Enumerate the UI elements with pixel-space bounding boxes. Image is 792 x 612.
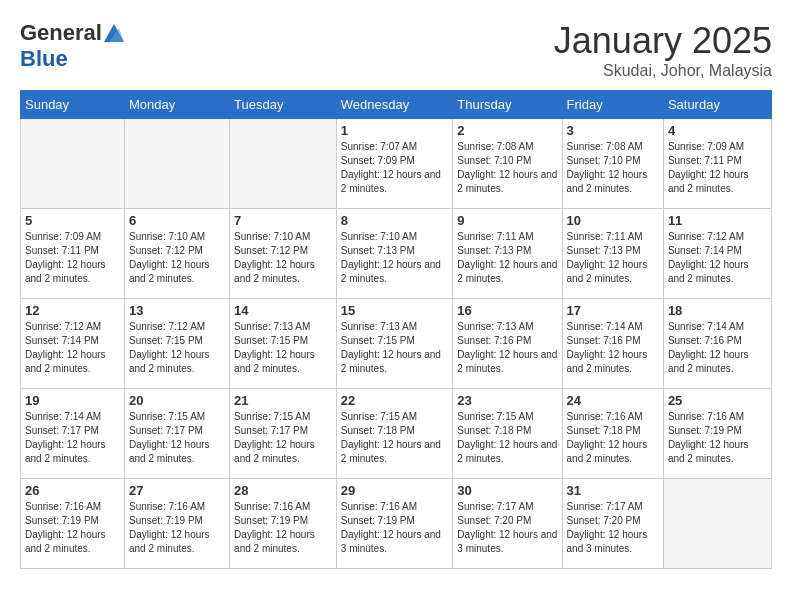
day-number: 6 <box>129 213 225 228</box>
calendar-cell: 5Sunrise: 7:09 AMSunset: 7:11 PMDaylight… <box>21 209 125 299</box>
day-number: 5 <box>25 213 120 228</box>
day-number: 21 <box>234 393 332 408</box>
logo-general-text: General <box>20 20 102 46</box>
day-number: 24 <box>567 393 659 408</box>
calendar-cell <box>125 119 230 209</box>
day-info: Sunrise: 7:15 AMSunset: 7:17 PMDaylight:… <box>234 410 332 466</box>
day-info: Sunrise: 7:16 AMSunset: 7:19 PMDaylight:… <box>234 500 332 556</box>
weekday-header-monday: Monday <box>125 91 230 119</box>
calendar-body: 1Sunrise: 7:07 AMSunset: 7:09 PMDaylight… <box>21 119 772 569</box>
day-number: 8 <box>341 213 449 228</box>
day-info: Sunrise: 7:10 AMSunset: 7:12 PMDaylight:… <box>129 230 225 286</box>
calendar-cell: 2Sunrise: 7:08 AMSunset: 7:10 PMDaylight… <box>453 119 562 209</box>
day-info: Sunrise: 7:10 AMSunset: 7:12 PMDaylight:… <box>234 230 332 286</box>
day-number: 31 <box>567 483 659 498</box>
day-info: Sunrise: 7:17 AMSunset: 7:20 PMDaylight:… <box>567 500 659 556</box>
day-info: Sunrise: 7:15 AMSunset: 7:18 PMDaylight:… <box>457 410 557 466</box>
calendar-cell: 13Sunrise: 7:12 AMSunset: 7:15 PMDayligh… <box>125 299 230 389</box>
week-row-1: 5Sunrise: 7:09 AMSunset: 7:11 PMDaylight… <box>21 209 772 299</box>
calendar-cell: 6Sunrise: 7:10 AMSunset: 7:12 PMDaylight… <box>125 209 230 299</box>
day-number: 19 <box>25 393 120 408</box>
day-number: 14 <box>234 303 332 318</box>
calendar-cell: 19Sunrise: 7:14 AMSunset: 7:17 PMDayligh… <box>21 389 125 479</box>
day-info: Sunrise: 7:10 AMSunset: 7:13 PMDaylight:… <box>341 230 449 286</box>
day-info: Sunrise: 7:14 AMSunset: 7:16 PMDaylight:… <box>668 320 767 376</box>
day-number: 16 <box>457 303 557 318</box>
calendar-cell: 20Sunrise: 7:15 AMSunset: 7:17 PMDayligh… <box>125 389 230 479</box>
day-info: Sunrise: 7:16 AMSunset: 7:19 PMDaylight:… <box>668 410 767 466</box>
day-info: Sunrise: 7:17 AMSunset: 7:20 PMDaylight:… <box>457 500 557 556</box>
calendar-title: January 2025 <box>554 20 772 62</box>
calendar-cell: 21Sunrise: 7:15 AMSunset: 7:17 PMDayligh… <box>230 389 337 479</box>
day-info: Sunrise: 7:08 AMSunset: 7:10 PMDaylight:… <box>567 140 659 196</box>
day-info: Sunrise: 7:13 AMSunset: 7:15 PMDaylight:… <box>341 320 449 376</box>
day-number: 29 <box>341 483 449 498</box>
day-info: Sunrise: 7:16 AMSunset: 7:19 PMDaylight:… <box>25 500 120 556</box>
calendar-table: SundayMondayTuesdayWednesdayThursdayFrid… <box>20 90 772 569</box>
week-row-4: 26Sunrise: 7:16 AMSunset: 7:19 PMDayligh… <box>21 479 772 569</box>
weekday-header-tuesday: Tuesday <box>230 91 337 119</box>
logo-blue-text: Blue <box>20 46 68 72</box>
calendar-cell: 12Sunrise: 7:12 AMSunset: 7:14 PMDayligh… <box>21 299 125 389</box>
day-info: Sunrise: 7:11 AMSunset: 7:13 PMDaylight:… <box>457 230 557 286</box>
weekday-header-row: SundayMondayTuesdayWednesdayThursdayFrid… <box>21 91 772 119</box>
day-number: 23 <box>457 393 557 408</box>
day-number: 12 <box>25 303 120 318</box>
calendar-cell: 7Sunrise: 7:10 AMSunset: 7:12 PMDaylight… <box>230 209 337 299</box>
calendar-cell: 30Sunrise: 7:17 AMSunset: 7:20 PMDayligh… <box>453 479 562 569</box>
day-info: Sunrise: 7:16 AMSunset: 7:19 PMDaylight:… <box>129 500 225 556</box>
calendar-cell: 26Sunrise: 7:16 AMSunset: 7:19 PMDayligh… <box>21 479 125 569</box>
day-info: Sunrise: 7:09 AMSunset: 7:11 PMDaylight:… <box>25 230 120 286</box>
weekday-header-thursday: Thursday <box>453 91 562 119</box>
calendar-cell: 3Sunrise: 7:08 AMSunset: 7:10 PMDaylight… <box>562 119 663 209</box>
calendar-cell: 17Sunrise: 7:14 AMSunset: 7:16 PMDayligh… <box>562 299 663 389</box>
week-row-0: 1Sunrise: 7:07 AMSunset: 7:09 PMDaylight… <box>21 119 772 209</box>
calendar-cell: 8Sunrise: 7:10 AMSunset: 7:13 PMDaylight… <box>336 209 453 299</box>
calendar-cell: 29Sunrise: 7:16 AMSunset: 7:19 PMDayligh… <box>336 479 453 569</box>
calendar-cell: 15Sunrise: 7:13 AMSunset: 7:15 PMDayligh… <box>336 299 453 389</box>
day-info: Sunrise: 7:12 AMSunset: 7:14 PMDaylight:… <box>668 230 767 286</box>
day-number: 28 <box>234 483 332 498</box>
calendar-cell: 24Sunrise: 7:16 AMSunset: 7:18 PMDayligh… <box>562 389 663 479</box>
logo-icon <box>104 24 124 42</box>
day-info: Sunrise: 7:07 AMSunset: 7:09 PMDaylight:… <box>341 140 449 196</box>
calendar-cell: 14Sunrise: 7:13 AMSunset: 7:15 PMDayligh… <box>230 299 337 389</box>
day-info: Sunrise: 7:16 AMSunset: 7:18 PMDaylight:… <box>567 410 659 466</box>
day-number: 15 <box>341 303 449 318</box>
calendar-cell <box>663 479 771 569</box>
day-info: Sunrise: 7:12 AMSunset: 7:14 PMDaylight:… <box>25 320 120 376</box>
calendar-cell: 22Sunrise: 7:15 AMSunset: 7:18 PMDayligh… <box>336 389 453 479</box>
calendar-cell: 27Sunrise: 7:16 AMSunset: 7:19 PMDayligh… <box>125 479 230 569</box>
calendar-cell: 28Sunrise: 7:16 AMSunset: 7:19 PMDayligh… <box>230 479 337 569</box>
day-info: Sunrise: 7:08 AMSunset: 7:10 PMDaylight:… <box>457 140 557 196</box>
calendar-cell: 4Sunrise: 7:09 AMSunset: 7:11 PMDaylight… <box>663 119 771 209</box>
week-row-2: 12Sunrise: 7:12 AMSunset: 7:14 PMDayligh… <box>21 299 772 389</box>
day-number: 26 <box>25 483 120 498</box>
day-number: 11 <box>668 213 767 228</box>
page-header: General Blue January 2025 Skudai, Johor,… <box>20 20 772 80</box>
day-number: 1 <box>341 123 449 138</box>
day-number: 10 <box>567 213 659 228</box>
calendar-cell: 23Sunrise: 7:15 AMSunset: 7:18 PMDayligh… <box>453 389 562 479</box>
day-number: 3 <box>567 123 659 138</box>
weekday-header-friday: Friday <box>562 91 663 119</box>
day-number: 30 <box>457 483 557 498</box>
day-info: Sunrise: 7:14 AMSunset: 7:17 PMDaylight:… <box>25 410 120 466</box>
weekday-header-sunday: Sunday <box>21 91 125 119</box>
day-number: 4 <box>668 123 767 138</box>
day-info: Sunrise: 7:14 AMSunset: 7:16 PMDaylight:… <box>567 320 659 376</box>
weekday-header-saturday: Saturday <box>663 91 771 119</box>
calendar-cell: 25Sunrise: 7:16 AMSunset: 7:19 PMDayligh… <box>663 389 771 479</box>
day-number: 17 <box>567 303 659 318</box>
calendar-cell: 10Sunrise: 7:11 AMSunset: 7:13 PMDayligh… <box>562 209 663 299</box>
calendar-cell: 9Sunrise: 7:11 AMSunset: 7:13 PMDaylight… <box>453 209 562 299</box>
day-number: 2 <box>457 123 557 138</box>
day-info: Sunrise: 7:11 AMSunset: 7:13 PMDaylight:… <box>567 230 659 286</box>
day-number: 13 <box>129 303 225 318</box>
day-info: Sunrise: 7:16 AMSunset: 7:19 PMDaylight:… <box>341 500 449 556</box>
day-number: 25 <box>668 393 767 408</box>
day-info: Sunrise: 7:15 AMSunset: 7:18 PMDaylight:… <box>341 410 449 466</box>
calendar-cell: 31Sunrise: 7:17 AMSunset: 7:20 PMDayligh… <box>562 479 663 569</box>
day-number: 27 <box>129 483 225 498</box>
calendar-cell: 18Sunrise: 7:14 AMSunset: 7:16 PMDayligh… <box>663 299 771 389</box>
